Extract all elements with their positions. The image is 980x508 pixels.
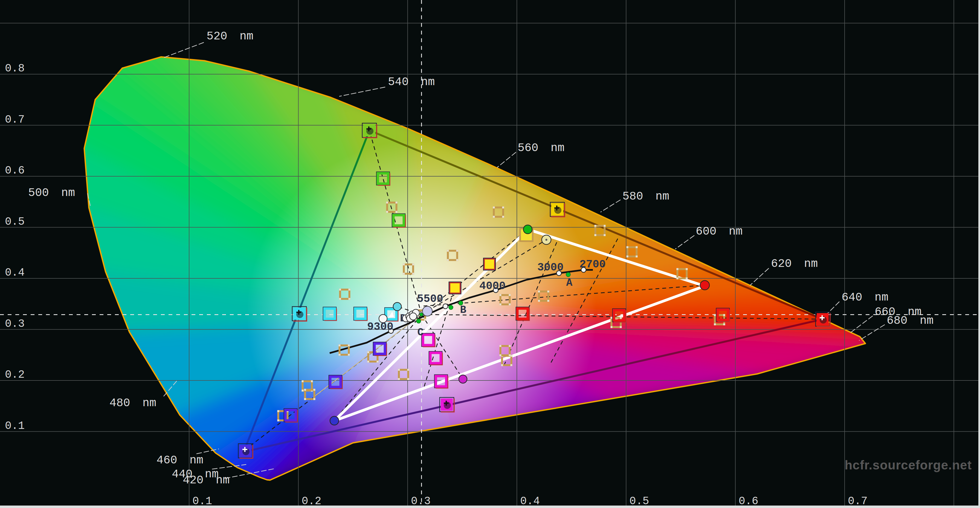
- reference-target-p3-blue: [238, 444, 253, 458]
- tan-corner: [302, 390, 304, 392]
- tan-corner: [424, 319, 426, 321]
- tan-corner: [396, 211, 398, 213]
- white-measure-circle: [410, 313, 417, 320]
- y-axis-tick-label: 0.1: [5, 420, 25, 432]
- tan-corner: [313, 398, 315, 400]
- illuminant-dot-C: [417, 319, 421, 323]
- reference-target-cyan-ref: [292, 307, 307, 321]
- wavelength-label: 500 nm: [28, 186, 75, 199]
- wavelength-label: 620 nm: [771, 257, 818, 271]
- tan-corner: [339, 289, 341, 291]
- tan-corner: [407, 378, 409, 380]
- cct-label-3000: 3000: [537, 261, 563, 274]
- tan-corner: [547, 300, 549, 302]
- tan-corner: [313, 389, 315, 391]
- tan-corner: [509, 354, 511, 357]
- tan-corner: [348, 289, 350, 291]
- tan-corner: [501, 364, 503, 366]
- tan-corner: [538, 300, 540, 302]
- tan-corner: [509, 294, 511, 296]
- tan-corner: [500, 304, 501, 306]
- tan-corner: [493, 216, 495, 218]
- reference-target-yellow-ref: [550, 202, 565, 217]
- tan-corner: [339, 345, 340, 347]
- y-axis-tick-label: 0.7: [5, 114, 25, 126]
- tan-corner: [676, 277, 678, 279]
- tan-corner: [636, 256, 638, 258]
- tan-corner: [511, 364, 512, 366]
- tan-corner: [457, 259, 458, 261]
- tan-corner: [627, 246, 628, 248]
- tan-corner: [627, 256, 628, 258]
- tan-corner: [447, 259, 449, 261]
- tan-corner: [311, 381, 313, 382]
- tan-corner: [396, 202, 398, 204]
- tan-corner: [277, 410, 279, 412]
- tan-corner: [611, 317, 612, 319]
- tan-corner: [304, 398, 306, 400]
- tan-corner: [723, 314, 725, 316]
- cie-chromaticity-chart[interactable]: 520 nm540 nm560 nm580 nm600 nm620 nm640 …: [0, 0, 980, 508]
- tan-corner: [368, 352, 369, 354]
- tan-corner: [377, 361, 379, 363]
- wavelength-label: 480 nm: [110, 397, 156, 410]
- tan-corner: [636, 246, 638, 248]
- hcfr-watermark: hcfr.sourceforge.net: [845, 458, 972, 472]
- cct-label-5500: 5500: [417, 293, 443, 305]
- tan-corner: [500, 354, 501, 357]
- tan-corner: [447, 250, 449, 252]
- yellow-center-dot: [546, 239, 547, 241]
- y-axis-tick-label: 0.8: [5, 62, 25, 75]
- tan-corner: [457, 250, 458, 252]
- tan-corner: [500, 345, 501, 347]
- tan-corner: [595, 234, 597, 236]
- tan-corner: [604, 225, 606, 227]
- y-axis-tick-label: 0.2: [5, 369, 25, 381]
- tan-corner: [348, 345, 350, 347]
- tan-corner: [403, 273, 405, 275]
- wavelength-label: 680 nm: [887, 314, 934, 327]
- illuminant-label-C: C: [417, 326, 424, 338]
- measure-square-yellow-filled: [449, 282, 461, 294]
- tan-corner: [620, 317, 622, 319]
- wavelength-label: 520 nm: [207, 30, 253, 43]
- tan-corner: [386, 202, 388, 204]
- measured-circle-magenta_secondary: [459, 375, 467, 383]
- tan-corner: [620, 326, 622, 328]
- tan-corner: [502, 207, 504, 209]
- yellow-box: [484, 259, 495, 269]
- measure-square-yellow-filled: [484, 258, 495, 270]
- y-axis-tick-label: 0.5: [5, 216, 25, 228]
- y-axis-tick-label: 0.6: [5, 164, 25, 177]
- tan-corner: [511, 355, 512, 357]
- measured-circle-cyan_secondary: [393, 303, 401, 311]
- y-axis-tick-label: 0.3: [5, 318, 25, 330]
- measured-circle-red_primary: [700, 280, 710, 290]
- tan-corner: [304, 389, 306, 391]
- tan-corner: [339, 298, 341, 300]
- illuminant-label-B: B: [460, 304, 466, 316]
- illuminant-dot-cct: [449, 305, 453, 310]
- tan-corner: [509, 345, 511, 347]
- tan-corner: [686, 277, 688, 279]
- tan-corner: [538, 291, 540, 293]
- tan-corner: [595, 225, 597, 227]
- measured-circle-green_primary: [523, 225, 532, 234]
- tan-corner: [398, 378, 400, 380]
- tan-corner: [339, 354, 340, 356]
- tan-corner: [403, 264, 405, 266]
- tan-corner: [277, 420, 279, 422]
- tan-corner: [547, 291, 549, 293]
- window-edge-bottom: [0, 506, 980, 508]
- window-edge-right: [978, 0, 980, 508]
- cct-label-9300: 9300: [367, 321, 393, 333]
- wavelength-label: 640 nm: [842, 291, 888, 304]
- reference-target-p3-red: [816, 312, 830, 326]
- tan-corner: [493, 207, 495, 209]
- tan-corner: [686, 268, 688, 270]
- illuminant-dot-D65: [420, 313, 423, 316]
- reference-target-magenta-ref: [440, 397, 454, 412]
- lavender-measure-circle: [422, 306, 432, 316]
- tan-corner: [348, 354, 350, 356]
- reference-target-p3-green: [362, 123, 377, 138]
